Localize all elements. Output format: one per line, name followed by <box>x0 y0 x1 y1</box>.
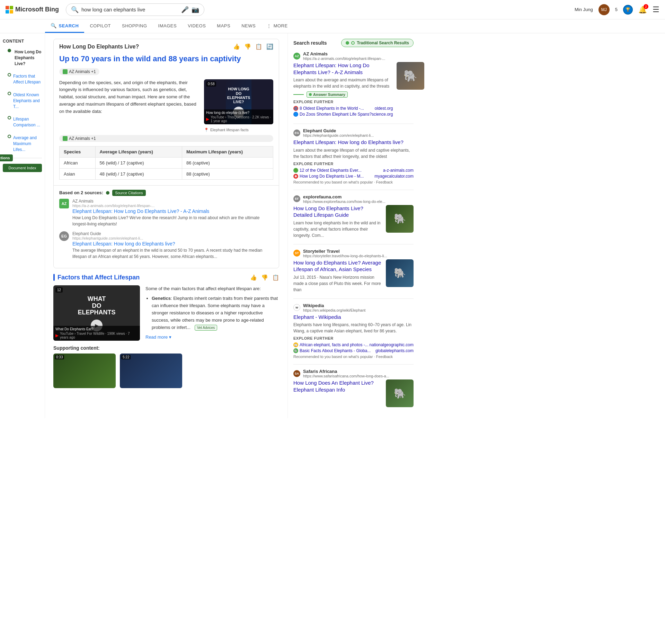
logo: Microsoft Bing <box>6 6 59 14</box>
list-item: Genetics: Elephants inherit certain trai… <box>152 295 279 331</box>
result-favicon-3: EF <box>293 195 300 202</box>
ng-icon-5a: 📰 <box>293 342 298 347</box>
result-title-link-1[interactable]: Elephant Lifespan: How Long Do Elephants… <box>293 62 393 75</box>
explore-link-5b[interactable]: 🐘 Basic Facts About Elephants - Globa... <box>293 348 375 353</box>
yt-icon-factors: ▶ <box>55 333 59 338</box>
menu-icon[interactable]: ☰ <box>653 5 659 14</box>
factors-thumbs-down[interactable]: 👎 <box>261 274 268 281</box>
mic-icon[interactable]: 🎤 <box>181 6 189 14</box>
header: Microsoft Bing 🔍 🎤 📷 Min Jung MJ 5 🏆 🔔 2… <box>0 0 665 19</box>
search-bar[interactable]: 🔍 🎤 📷 <box>66 3 204 16</box>
explore-link-1b[interactable]: 🌐 Do Zoos Shorten Elephant Life Spans? <box>293 112 372 117</box>
tab-search[interactable]: 🔍 SEARCH <box>45 19 84 33</box>
explore-link-5a[interactable]: 📰 African elephant, facts and photos -..… <box>293 342 370 347</box>
source-tag-az[interactable]: AZ Animals +1 <box>59 68 99 75</box>
source-citations-button[interactable]: Source Citations <box>112 190 146 196</box>
document-index-button[interactable]: Document Index <box>3 164 42 172</box>
result-card-inner-3: How Long Do Elephants Live? Detailed Lif… <box>293 205 414 239</box>
sidebar-item-average[interactable]: Average and Maximum Lifes... <box>13 134 42 154</box>
result-site-info-1: AZ Animals https://a-z-animals.com/blog/… <box>303 51 385 61</box>
source-tag-az-bottom[interactable]: AZ Animals +1 <box>59 135 273 142</box>
support-thumb-1[interactable]: 0:33 <box>53 354 116 388</box>
location-pin-icon: 📍 <box>204 128 209 132</box>
thumbs-down-icon[interactable]: 👎 <box>244 43 251 50</box>
source-tags: AZ Animals +1 <box>59 68 273 75</box>
sidebar-item-factors[interactable]: Factors that Affect Lifespan <box>13 72 42 87</box>
search-input[interactable] <box>81 7 178 12</box>
answer-video-thumb[interactable]: 0:58 HOW LONGDOELEPHANTSLIVE? ▶ How long… <box>204 79 273 124</box>
tab-images[interactable]: IMAGES <box>153 19 183 33</box>
vet-advices-tag[interactable]: Vet Advices <box>195 325 218 331</box>
sidebar-item-comparison[interactable]: Lifespan Comparison ... <box>13 115 42 129</box>
explore-link-2b[interactable]: ⏰ How Long Do Elephants Live - M... <box>293 174 374 179</box>
copy-icon[interactable]: 📋 <box>255 43 262 50</box>
table-header-species: Species <box>60 146 96 157</box>
trad-dot <box>346 41 349 45</box>
result-title-link-2[interactable]: Elephant Lifespan: How long do Elephants… <box>293 139 414 146</box>
sources-count-text: Based on 2 sources: <box>59 190 103 195</box>
az-icon-2a: 🌿 <box>293 168 298 173</box>
factors-section-content: WHATDOELEPHANTS ▶ 12 What Do Elephants E… <box>53 285 279 341</box>
microsoft-logo <box>6 6 13 14</box>
az-icon-bottom <box>63 136 68 141</box>
related-sections-badge: Related Sections <box>0 154 13 161</box>
result-title-link-3[interactable]: How Long Do Elephants Live? Detailed Lif… <box>293 205 382 218</box>
points-label: 5 <box>615 7 618 12</box>
factors-video-duration: 12 <box>55 287 63 293</box>
result-text-6: How Long Does An Elephant Live? Elephant… <box>293 379 382 407</box>
result-card-inner-4: How long do Elephants Live? Average Life… <box>293 259 414 293</box>
avatar: MJ <box>598 4 610 15</box>
tab-more[interactable]: ⋮ MORE <box>261 19 293 33</box>
result-source-3: EF explorefauna.com https://www.exploref… <box>293 194 414 204</box>
explore-link-2a[interactable]: 🌿 12 of the Oldest Elephants Ever... <box>293 168 383 173</box>
result-thumb-3: 🐘 <box>386 205 414 233</box>
table-header-average: Average Lifespan (years) <box>95 146 182 157</box>
result-title-link-4[interactable]: How long do Elephants Live? Average Life… <box>293 259 382 273</box>
explore-link-row-5a: 📰 African elephant, facts and photos -..… <box>293 342 414 347</box>
result-title-link-5[interactable]: Elephant - Wikipedia <box>293 314 414 321</box>
logo-sq-yellow <box>10 10 13 14</box>
explore-links-1: 🌐 8 Oldest Elephants in the World -... o… <box>293 106 393 117</box>
table-row: Asian 48 (wild) / 17 (captive) 88 (capti… <box>60 168 273 179</box>
factors-thumbs-up[interactable]: 👍 <box>250 274 257 281</box>
thumbs-up-icon[interactable]: 👍 <box>233 43 240 50</box>
explore-further-1: EXPLORE FURTHER <box>293 100 393 104</box>
result-text-3: How Long Do Elephants Live? Detailed Lif… <box>293 205 382 239</box>
answer-box-title: How Long Do Elephants Live? <box>59 44 139 50</box>
result-favicon-4: ST <box>293 250 300 257</box>
explore-link-1a[interactable]: 🌐 8 Oldest Elephants in the World -... <box>293 106 375 111</box>
traditional-results-button[interactable]: Traditional Search Results <box>341 39 414 47</box>
notification-icon[interactable]: 🔔 2 <box>638 6 647 14</box>
result-card-5: W Wikipedia https://en.wikipedia.org/wik… <box>293 303 414 359</box>
tab-shopping[interactable]: SHOPPING <box>116 19 153 33</box>
factors-list: Genetics: Elephants inherit certain trai… <box>145 295 279 331</box>
user-name: Min Jung <box>575 7 593 12</box>
divider-5 <box>293 364 414 365</box>
factors-video-meta: ▶ YouTube › Travel For Wildlife · 198K v… <box>55 332 138 339</box>
read-more-button[interactable]: Read more ▾ <box>145 334 279 341</box>
tab-news[interactable]: NEWS <box>236 19 261 33</box>
source-citations-dot <box>106 191 109 195</box>
sidebar-item-how-long[interactable]: How Long Do Elephants Live? <box>15 48 42 68</box>
sidebar-item-oldest[interactable]: Oldest Known Elephants and T... <box>13 91 42 111</box>
right-panel: Search results Traditional Search Result… <box>287 33 419 418</box>
answer-content: Up to 70 years in the wild and 88 years … <box>54 54 279 185</box>
result-favicon-2: EG <box>293 129 300 136</box>
refresh-icon[interactable]: 🔄 <box>266 43 273 50</box>
tab-copilot[interactable]: COPILOT <box>84 19 116 33</box>
video-duration: 0:58 <box>206 81 216 87</box>
source-link-eg[interactable]: Elephant Lifespan: How long do Elephants… <box>72 241 175 247</box>
video-caption: How long do elephants live? ▶ YouTube › … <box>204 109 273 124</box>
tab-maps[interactable]: MAPS <box>211 19 236 33</box>
result-title-link-6[interactable]: How Long Does An Elephant Live? Elephant… <box>293 379 382 393</box>
tab-videos[interactable]: VIDEOS <box>182 19 211 33</box>
factors-video[interactable]: WHATDOELEPHANTS ▶ 12 What Do Elephants E… <box>53 285 140 341</box>
answer-main-text: Up to 70 years in the wild and 88 years … <box>59 54 273 64</box>
results-title: Search results <box>293 40 327 46</box>
support-thumb-2[interactable]: 5:22 <box>120 354 182 388</box>
reward-badge[interactable]: 🏆 <box>623 5 633 15</box>
factors-section-actions: 👍 👎 📋 <box>250 274 279 281</box>
camera-icon[interactable]: 📷 <box>192 6 199 14</box>
source-link-az[interactable]: Elephant Lifespan: How Long Do Elephants… <box>72 208 209 214</box>
factors-copy[interactable]: 📋 <box>272 274 279 281</box>
